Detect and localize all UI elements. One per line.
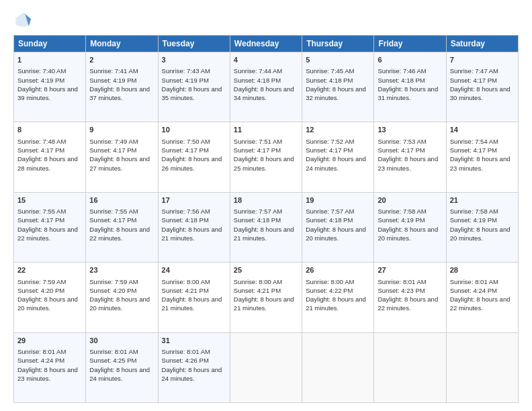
col-header-friday: Friday [374,36,446,52]
day-info: Sunrise: 7:48 AM [17,137,82,146]
day-cell [446,332,518,402]
day-number: 30 [89,336,154,346]
day-info: Daylight: 8 hours and 23 minutes. [17,365,82,383]
day-number: 9 [89,125,154,135]
day-number: 15 [17,195,82,205]
day-cell [230,332,302,402]
day-info: Sunrise: 7:56 AM [162,207,226,216]
week-row-1: 1Sunrise: 7:40 AMSunset: 4:19 PMDaylight… [14,52,519,122]
day-info: Daylight: 8 hours and 20 minutes. [378,225,442,243]
day-cell: 11Sunrise: 7:51 AMSunset: 4:17 PMDayligh… [230,122,302,192]
day-cell: 3Sunrise: 7:43 AMSunset: 4:19 PMDaylight… [158,52,230,122]
day-info: Sunrise: 7:44 AM [234,66,298,75]
day-info: Sunrise: 7:59 AM [17,277,82,286]
day-cell: 20Sunrise: 7:58 AMSunset: 4:19 PMDayligh… [374,192,446,262]
day-info: Daylight: 8 hours and 23 minutes. [450,154,515,173]
day-number: 3 [162,55,226,65]
day-cell: 28Sunrise: 8:01 AMSunset: 4:24 PMDayligh… [446,263,518,332]
day-info: Daylight: 8 hours and 20 minutes. [306,225,370,243]
day-info: Sunrise: 7:55 AM [17,207,82,216]
day-number: 18 [234,195,298,205]
day-info: Daylight: 8 hours and 24 minutes. [162,365,226,383]
day-cell: 18Sunrise: 7:57 AMSunset: 4:18 PMDayligh… [230,192,302,262]
day-info: Sunrise: 7:47 AM [450,66,515,75]
day-info: Sunset: 4:25 PM [89,356,154,365]
day-info: Sunrise: 7:49 AM [89,137,154,146]
day-info: Daylight: 8 hours and 35 minutes. [162,85,226,103]
day-info: Daylight: 8 hours and 30 minutes. [450,85,515,103]
day-cell: 23Sunrise: 7:59 AMSunset: 4:20 PMDayligh… [86,263,158,332]
day-number: 14 [450,125,515,135]
day-info: Sunrise: 7:58 AM [450,207,515,216]
day-info: Sunrise: 7:55 AM [89,207,154,216]
day-info: Sunset: 4:18 PM [234,76,298,85]
day-number: 27 [378,265,442,275]
day-info: Sunset: 4:18 PM [162,216,226,224]
header [13,11,519,30]
day-info: Sunrise: 8:01 AM [89,347,154,356]
day-cell: 27Sunrise: 8:01 AMSunset: 4:23 PMDayligh… [374,263,446,332]
day-info: Daylight: 8 hours and 28 minutes. [17,154,82,173]
day-info: Daylight: 8 hours and 22 minutes. [89,225,154,243]
day-number: 23 [89,265,154,275]
day-info: Sunrise: 8:00 AM [306,277,370,286]
day-cell: 13Sunrise: 7:53 AMSunset: 4:17 PMDayligh… [374,122,446,192]
day-info: Sunrise: 7:57 AM [234,207,298,216]
day-info: Sunset: 4:17 PM [17,146,82,154]
col-header-wednesday: Wednesday [230,36,302,52]
day-info: Daylight: 8 hours and 37 minutes. [89,85,154,103]
week-row-5: 29Sunrise: 8:01 AMSunset: 4:24 PMDayligh… [14,332,519,402]
page: SundayMondayTuesdayWednesdayThursdayFrid… [0,0,532,411]
day-info: Daylight: 8 hours and 21 minutes. [162,225,226,243]
day-info: Sunrise: 8:01 AM [450,277,515,286]
day-info: Sunset: 4:17 PM [306,146,370,154]
day-info: Sunset: 4:17 PM [450,146,515,154]
day-info: Daylight: 8 hours and 22 minutes. [378,295,442,313]
day-number: 13 [378,125,442,135]
day-info: Sunrise: 8:00 AM [234,277,298,286]
day-info: Sunset: 4:21 PM [234,286,298,295]
day-info: Sunrise: 8:01 AM [162,347,226,356]
day-info: Sunset: 4:18 PM [306,216,370,224]
day-info: Sunset: 4:19 PM [378,216,442,224]
day-info: Sunset: 4:17 PM [17,216,82,224]
day-number: 2 [89,55,154,65]
day-info: Sunset: 4:19 PM [162,76,226,85]
day-cell: 29Sunrise: 8:01 AMSunset: 4:24 PMDayligh… [14,332,86,402]
day-number: 21 [450,195,515,205]
day-number: 22 [17,265,82,275]
day-info: Sunset: 4:18 PM [306,76,370,85]
day-info: Sunset: 4:24 PM [450,286,515,295]
day-info: Sunrise: 8:01 AM [17,347,82,356]
calendar-table: SundayMondayTuesdayWednesdayThursdayFrid… [13,35,519,403]
col-header-thursday: Thursday [302,36,374,52]
day-cell: 24Sunrise: 8:00 AMSunset: 4:21 PMDayligh… [158,263,230,332]
day-info: Daylight: 8 hours and 24 minutes. [89,365,154,383]
day-number: 20 [378,195,442,205]
week-row-2: 8Sunrise: 7:48 AMSunset: 4:17 PMDaylight… [14,122,519,192]
day-info: Sunrise: 7:57 AM [306,207,370,216]
day-info: Daylight: 8 hours and 22 minutes. [450,295,515,313]
day-number: 28 [450,265,515,275]
day-cell: 19Sunrise: 7:57 AMSunset: 4:18 PMDayligh… [302,192,374,262]
day-number: 16 [89,195,154,205]
day-info: Daylight: 8 hours and 25 minutes. [234,154,298,173]
day-info: Sunrise: 7:53 AM [378,137,442,146]
day-info: Sunset: 4:17 PM [378,146,442,154]
day-number: 29 [17,336,82,346]
day-cell: 17Sunrise: 7:56 AMSunset: 4:18 PMDayligh… [158,192,230,262]
day-info: Sunset: 4:17 PM [162,146,226,154]
day-info: Sunrise: 7:40 AM [17,66,82,75]
day-info: Daylight: 8 hours and 21 minutes. [306,295,370,313]
day-number: 5 [306,55,370,65]
day-number: 17 [162,195,226,205]
day-number: 31 [162,336,226,346]
day-info: Daylight: 8 hours and 20 minutes. [17,295,82,313]
col-header-saturday: Saturday [446,36,518,52]
day-cell: 9Sunrise: 7:49 AMSunset: 4:17 PMDaylight… [86,122,158,192]
day-info: Daylight: 8 hours and 31 minutes. [378,85,442,103]
day-info: Daylight: 8 hours and 22 minutes. [17,225,82,243]
day-cell: 21Sunrise: 7:58 AMSunset: 4:19 PMDayligh… [446,192,518,262]
day-info: Sunrise: 7:51 AM [234,137,298,146]
day-info: Daylight: 8 hours and 24 minutes. [306,154,370,173]
